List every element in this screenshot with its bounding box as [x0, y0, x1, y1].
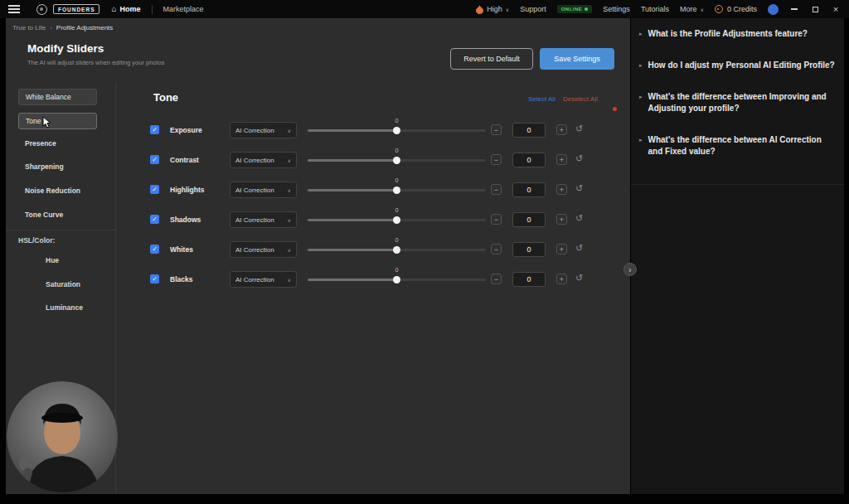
nav-tutorials[interactable]: Tutorials	[641, 5, 669, 13]
slider-value-label: 0	[395, 236, 398, 244]
value-input[interactable]: 0	[512, 153, 546, 167]
row-checkbox[interactable]: ✓	[150, 215, 159, 224]
slider-thumb[interactable]	[393, 157, 400, 164]
mode-dropdown[interactable]: AI Correction ∨	[230, 152, 297, 168]
reset-icon[interactable]: ↺	[575, 213, 583, 224]
app-body: True to Life › Profile Adjustments Modif…	[6, 18, 844, 494]
faq-item[interactable]: ▸ How do I adjust my Personal AI Editing…	[631, 60, 837, 71]
increment-button[interactable]: +	[556, 214, 567, 225]
sidebar-item-white-balance[interactable]: White Balance	[18, 89, 97, 105]
mode-dropdown[interactable]: AI Correction ∨	[230, 271, 297, 288]
slider-row-label: Whites	[170, 245, 193, 254]
value-input[interactable]: 0	[512, 123, 546, 138]
faq-divider	[631, 184, 844, 185]
decrement-button[interactable]: −	[491, 124, 502, 135]
value-input[interactable]: 0	[512, 242, 546, 257]
decrement-button[interactable]: −	[491, 214, 502, 225]
revert-to-default-button[interactable]: Revert to Default	[450, 48, 533, 70]
breadcrumb-current: Profile Adjustments	[56, 24, 113, 32]
faq-item[interactable]: ▸ What's the difference between AI Corre…	[631, 134, 837, 157]
bottom-bar	[0, 494, 849, 504]
sidebar-item-label: White Balance	[26, 93, 71, 101]
dropdown-value: AI Correction	[235, 216, 274, 224]
close-button[interactable]: ×	[831, 4, 841, 14]
online-status-badge[interactable]: ONLINE	[557, 5, 593, 13]
row-checkbox[interactable]: ✓	[150, 155, 159, 164]
nav-support[interactable]: Support	[520, 5, 546, 13]
row-checkbox[interactable]: ✓	[150, 125, 159, 134]
nav-more[interactable]: More ∨	[680, 5, 704, 13]
slider-row-exposure: ✓ Exposure AI Correction ∨ 0 − 0 + ↺	[117, 115, 630, 145]
slider-thumb[interactable]	[393, 246, 400, 254]
sidebar-item-saturation[interactable]: Saturation	[46, 280, 80, 288]
nav-marketplace[interactable]: Marketplace	[163, 5, 204, 13]
hamburger-menu-icon[interactable]	[8, 5, 20, 13]
slider-thumb[interactable]	[393, 276, 400, 284]
mode-dropdown[interactable]: AI Correction ∨	[230, 211, 297, 228]
increment-button[interactable]: +	[556, 184, 567, 195]
sidebar-item-hue[interactable]: Hue	[46, 256, 59, 264]
credits-counter[interactable]: 0 Credits	[715, 5, 757, 13]
row-checkbox[interactable]: ✓	[150, 245, 159, 254]
slider[interactable]: 0	[308, 115, 486, 145]
sidebar-item-luminance[interactable]: Luminance	[46, 303, 83, 312]
reset-icon[interactable]: ↺	[575, 183, 583, 194]
slider[interactable]: 0	[308, 175, 486, 205]
slider[interactable]: 0	[308, 145, 486, 175]
reset-icon[interactable]: ↺	[575, 124, 583, 134]
slider[interactable]: 0	[308, 235, 486, 264]
check-icon: ✓	[152, 276, 158, 283]
slider-thumb[interactable]	[393, 216, 400, 224]
increment-button[interactable]: +	[556, 124, 567, 135]
mode-dropdown[interactable]: AI Correction ∨	[230, 241, 297, 258]
decrement-button[interactable]: −	[491, 244, 502, 254]
faq-item[interactable]: ▸ What is the Profile Adjustments featur…	[631, 28, 837, 40]
check-icon: ✓	[152, 246, 158, 253]
mode-dropdown[interactable]: AI Correction ∨	[230, 122, 297, 138]
decrement-button[interactable]: −	[491, 184, 502, 195]
deselect-all-link[interactable]: Deselect All	[563, 95, 598, 103]
sidebar-item-sharpening[interactable]: Sharpening	[25, 162, 64, 171]
select-all-link[interactable]: Select All	[528, 95, 555, 103]
sidebar-item-presence[interactable]: Presence	[25, 139, 56, 148]
slider-thumb[interactable]	[393, 127, 400, 134]
top-bar: FOUNDERS ⌂ Home Marketplace High ∨ Suppo…	[0, 0, 849, 18]
save-settings-button[interactable]: Save Settings	[540, 48, 614, 70]
breadcrumb-parent[interactable]: True to Life	[12, 24, 46, 32]
value-input[interactable]: 0	[512, 272, 546, 287]
decrement-button[interactable]: −	[491, 154, 502, 165]
nav-home[interactable]: ⌂ Home	[111, 5, 140, 13]
increment-button[interactable]: +	[556, 154, 567, 165]
user-avatar[interactable]	[768, 4, 779, 15]
bulk-select-links: Select All Deselect All	[528, 95, 598, 103]
app-logo-icon[interactable]	[36, 4, 47, 15]
priority-selector[interactable]: High ∨	[476, 5, 509, 14]
increment-button[interactable]: +	[556, 244, 567, 254]
minimize-button[interactable]	[789, 4, 799, 14]
faq-item[interactable]: ▸ What's the difference between Improvin…	[631, 91, 837, 114]
increment-button[interactable]: +	[556, 274, 567, 284]
slider-thumb[interactable]	[393, 187, 400, 194]
slider[interactable]: 0	[308, 264, 486, 294]
reset-icon[interactable]: ↺	[575, 243, 583, 254]
reset-icon[interactable]: ↺	[575, 273, 583, 284]
decrement-button[interactable]: −	[491, 274, 502, 284]
founders-badge: FOUNDERS	[53, 4, 99, 14]
slider[interactable]: 0	[308, 205, 486, 235]
mode-dropdown[interactable]: AI Correction ∨	[230, 182, 297, 198]
sidebar-item-tone[interactable]: Tone	[18, 113, 97, 129]
home-label: Home	[120, 5, 141, 13]
sidebar-item-noise-reduction[interactable]: Noise Reduction	[25, 187, 80, 195]
value-input[interactable]: 0	[512, 182, 546, 197]
slider-row-label: Exposure	[170, 126, 202, 134]
sidebar-item-tone-curve[interactable]: Tone Curve	[25, 211, 63, 219]
row-checkbox[interactable]: ✓	[150, 185, 159, 194]
maximize-button[interactable]	[810, 4, 820, 14]
panel-collapse-handle[interactable]: ›	[623, 263, 637, 276]
page-subtitle: The AI will adjust sliders when editing …	[27, 59, 165, 66]
nav-settings[interactable]: Settings	[603, 5, 630, 13]
value-input[interactable]: 0	[512, 212, 546, 227]
reset-icon[interactable]: ↺	[575, 153, 583, 164]
faq-expand-icon: ▸	[639, 31, 643, 37]
row-checkbox[interactable]: ✓	[150, 274, 159, 284]
